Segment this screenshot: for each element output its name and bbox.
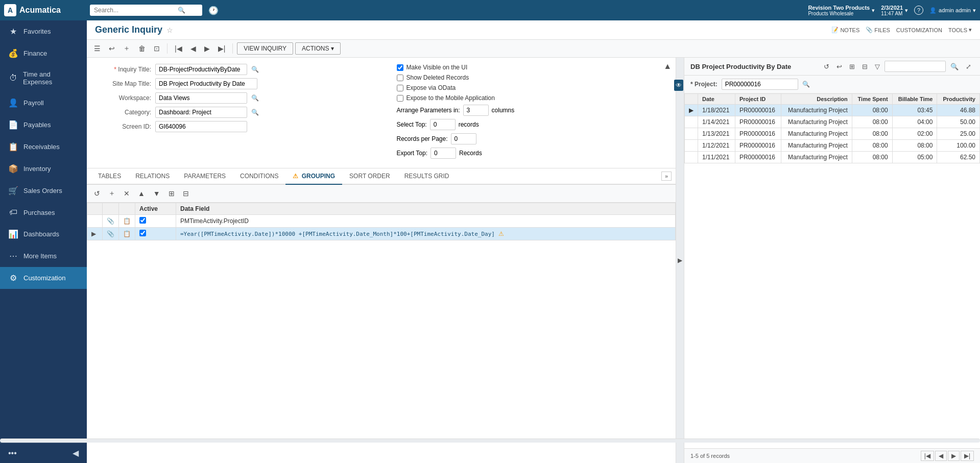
workspace-label: Workspace: bbox=[95, 94, 151, 102]
sidebar-item-time-expenses[interactable]: ⏱ Time and Expenses bbox=[0, 64, 87, 92]
search-input[interactable] bbox=[94, 7, 176, 14]
grid-up-button[interactable]: ▲ bbox=[135, 187, 148, 200]
right-panel-table-button[interactable]: ⊟ bbox=[859, 61, 870, 72]
row2-active-checkbox[interactable] bbox=[139, 230, 146, 236]
first-button[interactable]: |◀ bbox=[172, 42, 185, 55]
grid-fit-button[interactable]: ⊞ bbox=[165, 187, 178, 200]
view-inquiry-button[interactable]: VIEW INQUIRY bbox=[237, 42, 293, 55]
expose-mobile-checkbox[interactable] bbox=[397, 95, 403, 102]
grid-refresh-button[interactable]: ↺ bbox=[91, 187, 103, 200]
form-collapse-button[interactable]: ▲ bbox=[663, 62, 672, 71]
site-map-input[interactable] bbox=[155, 78, 257, 89]
row1-active-checkbox[interactable] bbox=[139, 217, 146, 224]
preview-eye-button[interactable]: 👁 bbox=[674, 80, 683, 91]
last-button[interactable]: ▶| bbox=[215, 42, 229, 55]
next-button[interactable]: ▶ bbox=[201, 42, 213, 55]
tab-tables[interactable]: TABLES bbox=[91, 168, 128, 185]
sidebar-item-favorites[interactable]: ★ Favorites bbox=[0, 20, 87, 42]
branch-selector[interactable]: Revision Two Products Products Wholesale… bbox=[808, 5, 875, 16]
expose-odata-checkbox[interactable] bbox=[397, 85, 403, 91]
sidebar-item-inventory[interactable]: 📦 Inventory bbox=[0, 158, 87, 180]
right-col-expand bbox=[685, 94, 698, 105]
sidebar-item-payables[interactable]: 📄 Payables bbox=[0, 114, 87, 136]
workspace-input[interactable] bbox=[155, 92, 247, 104]
sidebar-item-finance[interactable]: 💰 Finance bbox=[0, 42, 87, 64]
row2-expand[interactable]: ▶ bbox=[87, 228, 103, 240]
right-panel-footer: 1-5 of 5 records |◀ ◀ ▶ ▶| bbox=[684, 448, 980, 463]
right-row3-productivity: 25.00 bbox=[937, 128, 980, 140]
arrange-input[interactable] bbox=[463, 105, 489, 116]
favorite-star-button[interactable]: ☆ bbox=[166, 26, 173, 34]
right-panel-search-input[interactable] bbox=[885, 61, 946, 72]
grid-down-button[interactable]: ▼ bbox=[150, 187, 163, 200]
tab-sort-order[interactable]: SORT ORDER bbox=[342, 168, 397, 185]
right-panel-fit-button[interactable]: ⊞ bbox=[847, 61, 857, 72]
datetime-info: 2/3/2021 11:47 AM bbox=[881, 5, 903, 16]
grid-delete-button[interactable]: ✕ bbox=[121, 187, 133, 200]
user-button[interactable]: 👤 admin admin ▾ bbox=[929, 7, 976, 14]
sidebar-item-customization[interactable]: ⚙ Customization bbox=[0, 267, 87, 289]
add-button[interactable]: ＋ bbox=[120, 42, 133, 55]
tab-parameters[interactable]: PARAMETERS bbox=[177, 168, 233, 185]
show-deleted-checkbox[interactable] bbox=[397, 75, 403, 81]
user-chevron-icon: ▾ bbox=[973, 7, 976, 14]
tab-relations[interactable]: RELATIONS bbox=[128, 168, 177, 185]
help-button[interactable]: ? bbox=[914, 6, 923, 15]
right-row1-expand[interactable]: ▶ bbox=[685, 105, 698, 116]
make-visible-checkbox[interactable] bbox=[397, 64, 403, 71]
category-search-icon[interactable]: 🔍 bbox=[251, 109, 259, 116]
right-panel-refresh-button[interactable]: ↺ bbox=[821, 61, 832, 72]
files-button[interactable]: 📎 FILES bbox=[866, 27, 890, 33]
datetime-selector[interactable]: 2/3/2021 11:47 AM ▾ bbox=[881, 5, 908, 16]
tab-conditions[interactable]: CONDITIONS bbox=[233, 168, 285, 185]
prev-button[interactable]: ◀ bbox=[187, 42, 199, 55]
copy-button[interactable]: ⊡ bbox=[151, 42, 163, 55]
sidebar-toggle-button[interactable]: ☰ bbox=[91, 42, 104, 55]
category-input[interactable] bbox=[155, 107, 247, 118]
sidebar-item-receivables[interactable]: 📋 Receivables bbox=[0, 136, 87, 158]
delete-button[interactable]: 🗑 bbox=[135, 42, 149, 55]
inquiry-title-search-icon[interactable]: 🔍 bbox=[251, 66, 259, 73]
right-scrollbar[interactable] bbox=[87, 438, 980, 443]
search-icon[interactable]: 🔍 bbox=[178, 7, 185, 14]
tabs-more-button[interactable]: » bbox=[661, 172, 672, 181]
customization-button[interactable]: CUSTOMIZATION bbox=[896, 27, 942, 33]
right-panel-search-button[interactable]: 🔍 bbox=[948, 61, 961, 72]
history-button[interactable]: 🕐 bbox=[206, 4, 221, 17]
form-row-inquiry-title: Inquiry Title: 🔍 bbox=[95, 64, 376, 75]
last-page-button[interactable]: ▶| bbox=[961, 451, 974, 461]
row2-active[interactable] bbox=[135, 228, 176, 240]
toggle-panel-button[interactable]: ▶ bbox=[676, 58, 684, 463]
sidebar-item-payroll[interactable]: 👤 Payroll bbox=[0, 92, 87, 114]
grid-settings-button[interactable]: ⊟ bbox=[180, 187, 192, 200]
right-panel-filter-button[interactable]: ▽ bbox=[872, 61, 882, 72]
row1-active[interactable] bbox=[135, 215, 176, 228]
sidebar-item-more-items[interactable]: ⋯ More Items bbox=[0, 245, 87, 267]
right-panel-maximize-button[interactable]: ⤢ bbox=[963, 61, 974, 72]
tab-results-grid[interactable]: RESULTS GRID bbox=[397, 168, 457, 185]
sidebar-item-dashboards[interactable]: 📊 Dashboards bbox=[0, 223, 87, 245]
customization-btn-label: CUSTOMIZATION bbox=[896, 27, 942, 33]
undo-button[interactable]: ↩ bbox=[106, 42, 118, 55]
sidebar-collapse-button[interactable]: ◀ bbox=[73, 448, 79, 458]
sidebar-item-purchases[interactable]: 🏷 Purchases bbox=[0, 202, 87, 223]
screen-id-input[interactable] bbox=[155, 121, 247, 132]
row1-icon2: 📋 bbox=[119, 215, 135, 228]
next-page-button[interactable]: ▶ bbox=[948, 451, 960, 461]
tab-grouping[interactable]: ⚠ GROUPING bbox=[285, 168, 342, 185]
records-per-page-input[interactable] bbox=[451, 133, 476, 144]
sidebar-item-sales-orders[interactable]: 🛒 Sales Orders bbox=[0, 180, 87, 202]
first-page-button[interactable]: |◀ bbox=[921, 451, 934, 461]
actions-button[interactable]: ACTIONS ▾ bbox=[295, 42, 341, 55]
prev-page-button[interactable]: ◀ bbox=[935, 451, 947, 461]
notes-button[interactable]: 📝 NOTES bbox=[831, 27, 859, 33]
export-top-input[interactable] bbox=[431, 148, 456, 159]
inquiry-title-input[interactable] bbox=[155, 64, 247, 75]
select-top-input[interactable] bbox=[430, 119, 456, 130]
grid-add-button[interactable]: ＋ bbox=[105, 187, 118, 200]
tools-button[interactable]: TOOLS ▾ bbox=[948, 27, 972, 33]
right-panel-undo-button[interactable]: ↩ bbox=[834, 61, 845, 72]
project-input[interactable] bbox=[722, 79, 798, 90]
workspace-search-icon[interactable]: 🔍 bbox=[251, 94, 259, 102]
project-search-button[interactable]: 🔍 bbox=[802, 81, 810, 88]
